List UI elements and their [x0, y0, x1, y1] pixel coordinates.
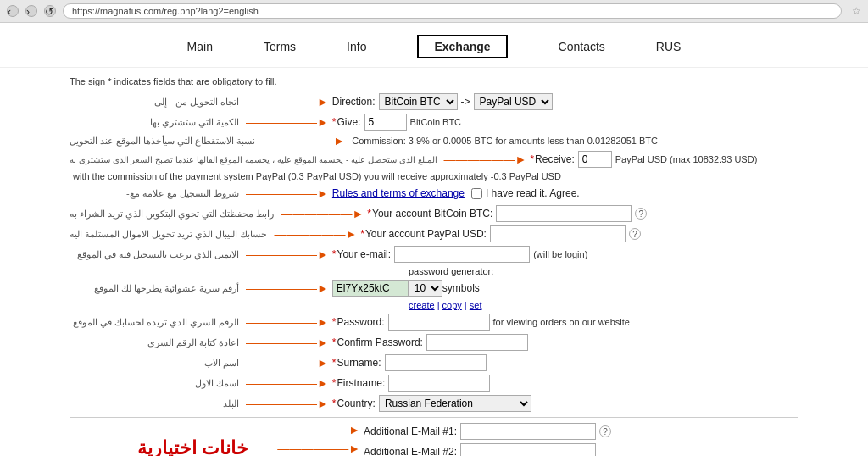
add-email1-input[interactable] — [460, 423, 596, 440]
forward-btn[interactable]: › — [25, 5, 37, 17]
country-arrow-icon: ——————► — [246, 397, 329, 410]
optional-label: خانات اختيارية — [137, 437, 248, 456]
arabic-email: الايميل الذي ترغب بالتسجيل فيه في الموقع — [70, 249, 239, 260]
give-arrow-icon: ——————► — [246, 115, 329, 129]
nav-exchange[interactable]: Exchange — [417, 35, 507, 58]
optional-arrow1: ——————► — [277, 423, 360, 437]
account-paypal-help-icon[interactable]: ? — [629, 228, 641, 240]
email-input[interactable] — [394, 246, 530, 263]
firstname-row: اسمك الاول ——————► Firstname: — [70, 375, 798, 392]
optional-section: خانات اختيارية ——————► ——————► ——————► A… — [70, 423, 798, 456]
add-email2-row: Additional E-Mail #2: — [364, 443, 798, 456]
direction-from-select[interactable]: BitCoin BTC — [379, 93, 458, 110]
commission-arrow-icon: ——————► — [262, 134, 345, 147]
rules-link[interactable]: Rules and terms of exchange — [332, 187, 465, 199]
symbols-label: symbols — [442, 282, 480, 294]
nav-main[interactable]: Main — [187, 40, 213, 53]
password-gen-input[interactable] — [332, 280, 409, 297]
password-length-select[interactable]: 10 8 12 — [409, 280, 442, 297]
password-gen-label: password generator: — [409, 266, 493, 276]
password-arrow-icon: ——————► — [246, 315, 329, 329]
surname-arrow-icon: ——————► — [246, 356, 329, 370]
nav-info[interactable]: Info — [347, 40, 366, 53]
direction-separator: -> — [461, 96, 470, 108]
commission-text: Commission: 3.9% or 0.0005 BTC for amoun… — [352, 136, 658, 146]
password-label: Password: — [332, 316, 385, 328]
optional-arrows-group: خانات اختيارية ——————► ——————► ——————► — [70, 423, 364, 456]
direction-arrow-icon: ——————► — [246, 95, 329, 108]
nav-contacts[interactable]: Contacts — [559, 40, 605, 53]
email-row: الايميل الذي ترغب بالتسجيل فيه في الموقع… — [70, 246, 798, 263]
add-email2-label: Additional E-Mail #2: — [364, 446, 457, 456]
arabic-rules: شروط التسجيل مع علامة مع- — [70, 188, 239, 199]
back-btn[interactable]: ‹ — [7, 5, 19, 17]
surname-input[interactable] — [385, 354, 487, 371]
email-arrow-icon: ——————► — [246, 247, 329, 261]
rules-arrow-icon: ——————► — [246, 186, 329, 200]
confirm-password-input[interactable] — [426, 334, 528, 351]
bookmark-icon[interactable]: ☆ — [852, 5, 861, 17]
email-label: Your e-mail: — [332, 248, 391, 260]
page-content: The sign * indicates fields that are obl… — [53, 68, 815, 456]
password-gen-row: password generator: — [409, 266, 798, 276]
give-row: الكمية التي ستشتري بها ——————► Give: Bit… — [70, 114, 798, 131]
give-label: Give: — [332, 116, 361, 128]
firstname-input[interactable] — [388, 375, 490, 392]
password-gen-arrow-icon: ——————► — [246, 281, 329, 295]
commission-row: نسبة الاستقطاع التي سيأخذها الموقع عند ا… — [70, 134, 798, 147]
with-commission-text: with the commission of the payment syste… — [73, 171, 798, 181]
add-email1-label: Additional E-Mail #1: — [364, 425, 457, 437]
password-gen-value-row: أرقم سرية عشوائية يطرحها لك الموقع —————… — [70, 280, 798, 297]
set-link[interactable]: set — [470, 300, 482, 310]
give-input[interactable] — [364, 114, 407, 131]
surname-row: اسم الاب ——————► Surname: — [70, 354, 798, 371]
direction-label: Direction: — [332, 96, 376, 108]
address-bar[interactable]: https://magnatus.com/reg.php?lang2=engli… — [63, 3, 842, 19]
confirm-arrow-icon: ——————► — [246, 336, 329, 349]
arabic-password: أرقم سرية عشوائية يطرحها لك الموقع — [70, 283, 239, 294]
account-btc-input[interactable] — [496, 205, 632, 222]
main-nav: Main Terms Info Exchange Contacts RUS — [0, 23, 868, 68]
arabic-give: الكمية التي ستشتري بها — [70, 117, 239, 128]
password-gen-links: create | copy | set — [409, 300, 481, 310]
refresh-btn[interactable]: ↺ — [44, 5, 56, 17]
add-email1-row: Additional E-Mail #1: ? — [364, 423, 798, 440]
btc-arrow-icon: ——————► — [281, 207, 364, 220]
receive-arrow-icon: ——————► — [444, 153, 527, 166]
receive-row: المبلغ الذي ستحصل عليه - يحسمه الموقع عل… — [70, 151, 798, 168]
account-btc-row: رابط محفظتك التي تحوي البتكوين الذي تريد… — [70, 205, 798, 222]
direction-to-select[interactable]: PayPal USD — [474, 93, 553, 110]
arabic-confirm: اعادة كتابة الرقم السري — [70, 337, 239, 348]
country-row: البلد ——————► Country: Russian Federatio… — [70, 395, 798, 412]
add-email2-input[interactable] — [460, 443, 596, 456]
copy-link[interactable]: copy — [442, 300, 462, 310]
password-for-text: for viewing orders on our website — [493, 317, 630, 327]
account-btc-help-icon[interactable]: ? — [635, 208, 647, 220]
receive-label: Receive: — [530, 153, 574, 165]
optional-arrows: ——————► ——————► ——————► — [274, 423, 364, 456]
rules-checkbox[interactable] — [471, 188, 482, 199]
arabic-account-paypal: حسابك البيبال الذي تريد تحويل الاموال ال… — [70, 229, 267, 240]
give-currency: BitCoin BTC — [410, 117, 462, 127]
nav-rus[interactable]: RUS — [656, 40, 682, 53]
direction-row: اتجاه التحويل من - إلى ——————► Direction… — [70, 93, 798, 110]
account-paypal-input[interactable] — [490, 225, 626, 242]
nav-terms[interactable]: Terms — [264, 40, 296, 53]
confirm-label: Confirm Password: — [332, 336, 423, 348]
rules-agree-text: I have read it. Agree. — [486, 187, 580, 199]
password-input[interactable] — [388, 314, 490, 331]
hint-text: The sign * indicates fields that are obl… — [70, 76, 798, 86]
receive-input[interactable] — [578, 151, 612, 168]
firstname-arrow-icon: ——————► — [246, 376, 329, 390]
paypal-arrow-icon: ——————► — [274, 227, 357, 241]
add-email1-help-icon[interactable]: ? — [599, 425, 611, 437]
country-select[interactable]: Russian Federation United States Germany… — [379, 395, 531, 412]
receive-currency: PayPal USD (max 10832.93 USD) — [615, 154, 758, 164]
arabic-account-btc: رابط محفظتك التي تحوي البتكوين الذي تريد… — [70, 209, 274, 220]
page-wrapper: Main Terms Info Exchange Contacts RUS Th… — [0, 23, 868, 456]
optional-fields: Additional E-Mail #1: ? Additional E-Mai… — [364, 423, 798, 456]
surname-label: Surname: — [332, 357, 381, 369]
email-will-login: (will be login) — [533, 249, 587, 259]
create-link[interactable]: create — [409, 300, 435, 310]
account-paypal-row: حسابك البيبال الذي تريد تحويل الاموال ال… — [70, 225, 798, 242]
